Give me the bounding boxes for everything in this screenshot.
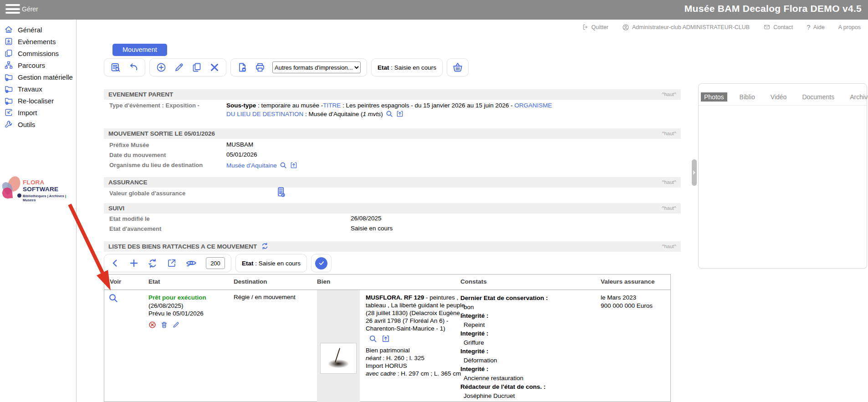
assurance-montant: 900 000 000 Euros — [601, 302, 653, 310]
printer-icon[interactable] — [255, 62, 266, 73]
folder-globe-icon — [4, 72, 13, 81]
bien-patrimonial: Bien patrimonial — [366, 346, 465, 354]
open-record-icon[interactable] — [381, 334, 390, 345]
hamburger-menu-icon[interactable] — [5, 4, 20, 15]
valeurs-assurance-cell: le Mars 2023 900 000 000 Euros — [601, 294, 653, 310]
sidebar-item-relocaliser[interactable]: Re-localiser — [0, 95, 76, 107]
sidebar-item-commissions[interactable]: Commissions — [0, 47, 76, 59]
status-prevu: Prévu le 05/01/2026 — [148, 310, 230, 318]
col-destination: Destination — [234, 278, 267, 285]
cancel-icon[interactable] — [148, 321, 156, 331]
destination-cell: Régie / en mouvement — [234, 294, 296, 300]
date-mouvement-label: Date du mouvement — [109, 152, 166, 158]
sidebar-item-gestion-materielle[interactable]: Gestion matérielle — [0, 71, 76, 83]
envelope-icon — [763, 24, 771, 31]
search-icon[interactable] — [279, 161, 287, 171]
calculator-icon[interactable] — [275, 186, 286, 199]
back-to-top-link[interactable]: ^haut^ — [662, 128, 676, 139]
table-header: Voir Etat Destination Bien Constats Vale… — [104, 275, 670, 290]
prefixe-musee-label: Préfixe Musée — [109, 142, 149, 148]
menu-gerer[interactable]: Gérer — [22, 5, 38, 13]
search-icon[interactable] — [368, 334, 378, 345]
result-count-input[interactable] — [206, 257, 225, 269]
titre-link[interactable]: TITRE — [323, 102, 341, 109]
trash-icon[interactable] — [160, 321, 168, 331]
biens-table: Voir Etat Destination Bien Constats Vale… — [104, 274, 671, 402]
folder-globe-icon — [4, 84, 13, 93]
record-toolbar: Autres formats d'impression... Etat : Sa… — [104, 58, 469, 76]
wrench-icon — [4, 120, 13, 129]
artwork-thumbnail[interactable] — [320, 343, 357, 374]
sidebar: Général Evènements Commissions Parcours … — [0, 20, 77, 402]
media-panel: Photos Biblio Vidéo Documents Archives — [698, 83, 867, 269]
col-bien: Bien — [317, 278, 330, 285]
validate-button[interactable] — [315, 257, 327, 270]
print-preview-icon[interactable] — [237, 62, 248, 73]
back-to-top-link[interactable]: ^haut^ — [662, 241, 676, 252]
etat-chip: Etat : Saisie en cours — [371, 58, 443, 76]
list-toolbar: Etat : Saisie en cours — [104, 254, 332, 272]
sidebar-item-travaux[interactable]: Travaux — [0, 83, 76, 95]
export-icon[interactable] — [167, 258, 177, 268]
col-etat: Etat — [148, 278, 160, 285]
etat-avancement-label: Etat d'avancement — [109, 225, 161, 232]
copy-icon[interactable] — [191, 62, 202, 73]
sitemap-icon — [4, 61, 13, 70]
undo-icon[interactable] — [128, 62, 139, 73]
tab-biblio[interactable]: Biblio — [736, 92, 758, 102]
aide-link[interactable]: ? Aide — [807, 23, 824, 31]
open-record-icon[interactable] — [290, 161, 298, 171]
folder-globe-icon — [4, 96, 13, 105]
sidebar-item-import[interactable]: Import — [0, 107, 76, 118]
sidebar-item-general[interactable]: Général — [0, 24, 76, 36]
back-to-top-link[interactable]: ^haut^ — [662, 203, 676, 214]
contact-link[interactable]: Contact — [763, 24, 793, 31]
print-format-select[interactable]: Autres formats d'impression... — [272, 61, 361, 73]
etat-cell: Prêt pour exécution (26/08/2025) Prévu l… — [148, 294, 230, 331]
edit-icon[interactable] — [174, 62, 184, 73]
search-icon[interactable] — [385, 110, 393, 120]
check-icon — [318, 260, 325, 266]
open-record-icon[interactable] — [396, 110, 404, 120]
refresh-icon[interactable] — [261, 242, 269, 253]
tab-documents[interactable]: Documents — [799, 92, 837, 102]
add-item-icon[interactable] — [129, 258, 139, 268]
col-constats: Constats — [460, 278, 487, 285]
status-date: (26/08/2025) — [148, 302, 230, 310]
add-icon[interactable] — [156, 62, 167, 73]
table-row: Prêt pour exécution (26/08/2025) Prévu l… — [104, 290, 670, 402]
pages-icon — [4, 49, 13, 58]
section-mouvement-sortie: MOUVEMENT SORTIE LE 05/01/2026 ^haut^ — [104, 128, 681, 139]
import-icon — [4, 108, 13, 117]
basket-icon[interactable] — [452, 61, 464, 73]
back-to-top-link[interactable]: ^haut^ — [662, 177, 676, 188]
constats-cell: Dernier Etat de conservation : bon Integ… — [460, 294, 595, 402]
eye-icon[interactable] — [185, 258, 197, 269]
type-evenement-label: Type d'évènement : Exposition - — [109, 102, 199, 109]
apropos-link[interactable]: A propos — [838, 24, 861, 31]
assurance-date: le Mars 2023 — [601, 294, 653, 302]
validate-chip — [311, 254, 332, 272]
recycle-icon[interactable] — [148, 258, 158, 269]
sidebar-item-parcours[interactable]: Parcours — [0, 59, 76, 71]
panel-collapse-handle[interactable] — [692, 159, 697, 186]
tab-photos[interactable]: Photos — [701, 92, 727, 102]
col-voir: Voir — [110, 278, 121, 285]
tab-video[interactable]: Vidéo — [767, 92, 790, 102]
tab-mouvement[interactable]: Mouvement — [112, 44, 167, 56]
sidebar-item-outils[interactable]: Outils — [0, 118, 76, 130]
section-liste-biens: LISTE DES BIENS RATTACHES A CE MOUVEMENT… — [104, 241, 681, 252]
media-tabs: Photos Biblio Vidéo Documents Archives — [699, 92, 867, 102]
back-icon[interactable] — [110, 258, 120, 268]
musee-aquitaine-link[interactable]: Musée d'Aquitaine — [226, 162, 277, 169]
view-record-button[interactable] — [108, 293, 118, 305]
tab-archives[interactable]: Archives — [847, 92, 868, 102]
edit-row-icon[interactable] — [172, 321, 180, 331]
list-search-icon[interactable] — [110, 62, 121, 73]
delete-icon[interactable] — [209, 62, 220, 73]
col-valeurs: Valeurs assurance — [601, 278, 655, 285]
app-title: Musée BAM Decalog Flora DEMO v4.5 — [684, 3, 862, 14]
back-to-top-link[interactable]: ^haut^ — [662, 89, 676, 100]
section-evenement-parent: EVENEMENT PARENT ^haut^ — [104, 89, 681, 100]
sidebar-item-evenements[interactable]: Evènements — [0, 36, 76, 47]
